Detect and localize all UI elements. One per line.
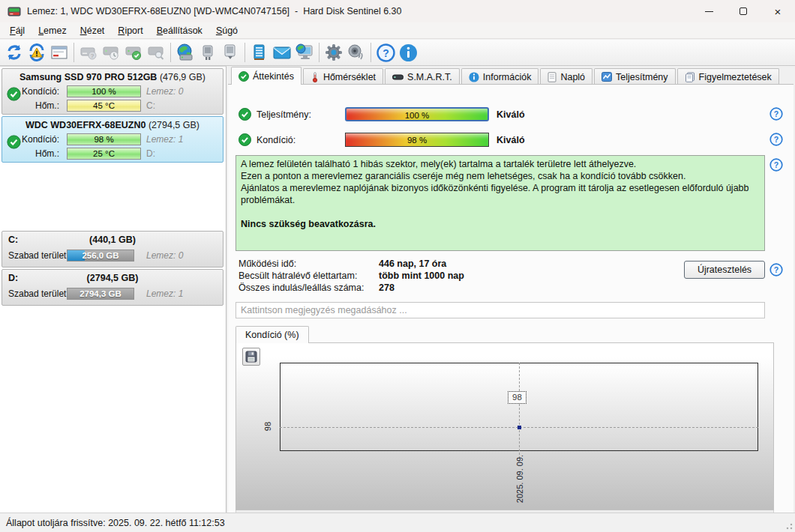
chart-tab-condition[interactable]: Kondíció (%) bbox=[236, 326, 309, 343]
menubar: Fájl Lemez Nézet Riport Beállítások Súgó bbox=[0, 22, 795, 39]
performance-row: Teljesítmény: 100 % Kiváló ? bbox=[228, 107, 794, 122]
notes-button[interactable] bbox=[248, 41, 271, 64]
chart-x-tick: 2025. 09. 09. bbox=[515, 451, 524, 507]
ok-check-icon bbox=[238, 108, 251, 121]
maximize-button[interactable] bbox=[726, 0, 760, 22]
comment-input[interactable] bbox=[236, 302, 765, 318]
sound-button[interactable] bbox=[345, 41, 368, 64]
remote-monitor-icon bbox=[295, 43, 314, 62]
tab-label: Információk bbox=[483, 72, 532, 82]
sidebar-volume-c[interactable]: (440,1 GB) C: Szabad terület 256,0 GB Le… bbox=[2, 231, 224, 267]
refresh-warning-button[interactable] bbox=[26, 41, 48, 64]
disk-clock-button[interactable] bbox=[100, 41, 122, 64]
disk-index-label: Lemez: 1 bbox=[146, 134, 183, 145]
document-icon bbox=[548, 72, 556, 82]
maximize-icon bbox=[740, 7, 747, 15]
menu-settings[interactable]: Beállítások bbox=[150, 24, 209, 37]
drive-letter-label: C: bbox=[146, 100, 155, 111]
disk-name: WDC WD30EFRX-68EUZN0 bbox=[26, 120, 146, 130]
volume-drive: D: bbox=[8, 273, 18, 283]
info-button[interactable] bbox=[397, 41, 419, 64]
help-button[interactable]: ? bbox=[374, 41, 397, 64]
sidebar-disk-1[interactable]: WDC WD30EFRX-68EUZN0 (2794,5 GB) Kondíci… bbox=[2, 116, 224, 163]
disk-check-button[interactable] bbox=[122, 41, 145, 64]
refresh-button[interactable] bbox=[3, 41, 26, 64]
network-disk-icon bbox=[176, 43, 195, 62]
performance-bar: 100 % bbox=[345, 107, 489, 121]
toolbar-separator bbox=[319, 43, 320, 62]
free-space-label: Szabad terület bbox=[8, 250, 66, 261]
notes-icon bbox=[250, 43, 268, 61]
settings-button[interactable] bbox=[322, 41, 345, 64]
disk-eject-button[interactable] bbox=[219, 41, 242, 64]
help-icon: ? bbox=[376, 43, 395, 62]
tab-alerts[interactable]: Figyelmeztetések bbox=[677, 68, 779, 85]
resize-grip[interactable] bbox=[784, 522, 793, 530]
tab-information[interactable]: Információk bbox=[461, 68, 539, 85]
close-button[interactable]: × bbox=[760, 0, 795, 22]
save-chart-button[interactable] bbox=[242, 348, 260, 366]
help-icon[interactable]: ? bbox=[770, 263, 783, 276]
toolbar-separator bbox=[170, 43, 171, 62]
disk-size: (2794,5 GB) bbox=[148, 120, 200, 130]
tab-temperature[interactable]: Hőmérséklet bbox=[303, 68, 383, 85]
toolbar-separator bbox=[244, 43, 245, 62]
sidebar-disk-0[interactable]: Samsung SSD 970 PRO 512GB (476,9 GB) Kon… bbox=[2, 68, 224, 115]
menu-view[interactable]: Nézet bbox=[74, 24, 112, 37]
toolbar-separator bbox=[370, 43, 371, 62]
main-panel: Áttekintés Hőmérséklet S.M.A.R.T. bbox=[228, 66, 794, 513]
tab-label: Áttekintés bbox=[253, 71, 294, 82]
email-button[interactable] bbox=[271, 41, 293, 64]
temperature-bar: 25 °C bbox=[67, 148, 141, 160]
condition-history-chart: 98 98 2025. 09. 09. bbox=[236, 342, 774, 510]
tab-label: Teljesítmény bbox=[616, 72, 668, 82]
sidebar-volume-d[interactable]: (2794,5 GB) D: Szabad terület 2794,3 GB … bbox=[2, 269, 224, 306]
disk-question-button[interactable]: ? bbox=[77, 41, 100, 64]
disk-connect-button[interactable] bbox=[196, 41, 219, 64]
menu-report[interactable]: Riport bbox=[111, 24, 149, 37]
window-title: Lemez: 1, WDC WD30EFRX-68EUZN0 [WD-WMC4N… bbox=[27, 6, 401, 16]
info-icon bbox=[399, 43, 418, 62]
tab-smart[interactable]: S.M.A.R.T. bbox=[385, 68, 460, 85]
stat-value: 278 bbox=[379, 282, 394, 293]
network-disk-button[interactable] bbox=[174, 41, 196, 64]
stat-label: Működési idő: bbox=[238, 259, 296, 269]
retest-button[interactable]: Újratesztelés bbox=[684, 261, 765, 279]
minimize-button[interactable] bbox=[692, 0, 726, 22]
chart-y-tick: 98 bbox=[263, 417, 272, 435]
stat-power-on-time: Működési idő: 446 nap, 17 óra bbox=[238, 259, 554, 270]
menu-file[interactable]: Fájl bbox=[3, 24, 32, 37]
tab-label: Hőmérséklet bbox=[323, 72, 376, 82]
free-space-bar: 2794,3 GB bbox=[67, 288, 134, 300]
help-icon[interactable]: ? bbox=[770, 133, 783, 146]
temperature-label: Hőm.: bbox=[0, 100, 59, 111]
tab-performance[interactable]: Teljesítmény bbox=[594, 68, 675, 85]
tab-label: Napló bbox=[560, 72, 585, 82]
disk-search-button[interactable] bbox=[145, 41, 167, 64]
volume-size: (2794,5 GB) bbox=[2, 273, 223, 283]
report-window-button[interactable] bbox=[48, 41, 70, 64]
toolbar: ? bbox=[0, 40, 795, 66]
menu-disk[interactable]: Lemez bbox=[32, 24, 74, 37]
condition-row: Kondíció: 98 % Kiváló ? bbox=[228, 133, 794, 148]
tab-overview[interactable]: Áttekintés bbox=[231, 67, 302, 85]
performance-rating: Kiváló bbox=[496, 109, 525, 120]
info-circle-icon bbox=[469, 72, 479, 82]
refresh-icon bbox=[5, 43, 23, 61]
remote-monitor-button[interactable] bbox=[293, 41, 316, 64]
help-icon[interactable]: ? bbox=[770, 158, 783, 172]
stat-label: Összes indulás/leállás száma: bbox=[238, 282, 364, 293]
minimize-icon bbox=[705, 11, 713, 12]
disk-name: Samsung SSD 970 PRO 512GB bbox=[20, 72, 157, 82]
svg-text:?: ? bbox=[382, 46, 389, 58]
menu-help[interactable]: Súgó bbox=[209, 24, 244, 37]
tab-log[interactable]: Napló bbox=[540, 68, 592, 85]
chart-data-point[interactable] bbox=[518, 426, 521, 429]
overview-content: Teljesítmény: 100 % Kiváló ? Kondíció: 9… bbox=[228, 84, 794, 513]
app-icon bbox=[8, 5, 21, 17]
help-icon[interactable]: ? bbox=[770, 107, 783, 121]
gear-icon bbox=[324, 43, 344, 62]
close-icon: × bbox=[775, 6, 782, 17]
tab-label: S.M.A.R.T. bbox=[407, 72, 452, 82]
free-space-bar: 256,0 GB bbox=[67, 250, 134, 262]
